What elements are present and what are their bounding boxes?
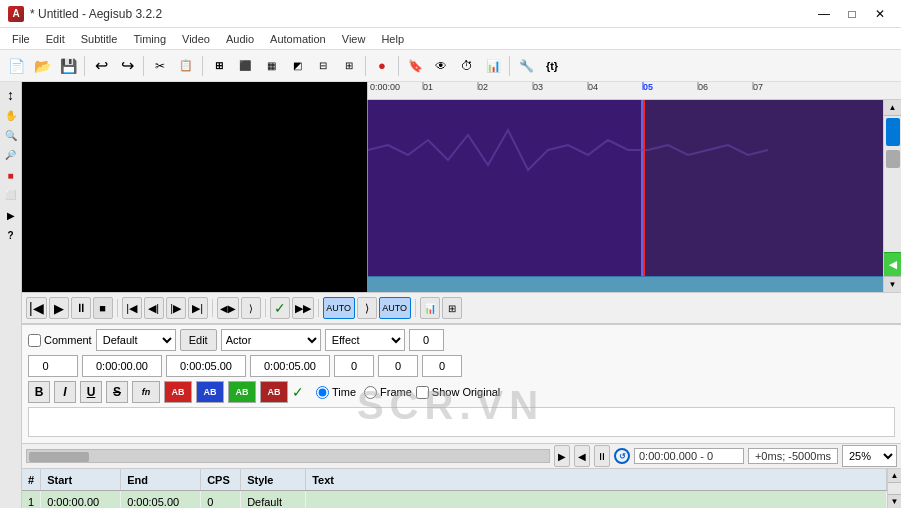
pause2-btn[interactable]: ⏸ <box>594 445 610 467</box>
color4-button[interactable]: AB <box>260 381 288 403</box>
prev-keyframe-btn[interactable]: |◀ <box>122 297 142 319</box>
list-scroll-down[interactable]: ▼ <box>888 494 901 508</box>
menu-edit[interactable]: Edit <box>38 31 73 47</box>
go-to-start-btn[interactable]: |◀ <box>26 297 47 319</box>
scroll-down-btn[interactable]: ▼ <box>884 276 901 292</box>
step-back-btn[interactable]: ◀| <box>144 297 164 319</box>
tb-btn-11[interactable]: ● <box>370 54 394 78</box>
tb-btn-5[interactable]: ⊞ <box>207 54 231 78</box>
tb-btn-12[interactable]: 🔖 <box>403 54 427 78</box>
play-line-btn[interactable]: ◀▶ <box>217 297 239 319</box>
pause-btn[interactable]: ⏸ <box>71 297 91 319</box>
play-btn[interactable]: ▶ <box>49 297 69 319</box>
new-button[interactable]: 📄 <box>4 54 28 78</box>
comment-checkbox[interactable] <box>28 334 41 347</box>
fn-button[interactable]: fn <box>132 381 160 403</box>
actor-select[interactable]: Actor <box>221 329 321 351</box>
green-check-btn[interactable]: ✓ <box>292 384 304 400</box>
tb-btn-9[interactable]: ⊟ <box>311 54 335 78</box>
table-row[interactable]: 1 0:00:00.00 0:00:05.00 0 Default <box>22 491 887 508</box>
tb-btn-6[interactable]: ⬛ <box>233 54 257 78</box>
start-time-input[interactable]: 0:00:00.00 <box>82 355 162 377</box>
play-from-here-btn[interactable]: ▶ <box>554 445 570 467</box>
save-button[interactable]: 💾 <box>56 54 80 78</box>
style-select[interactable]: Default <box>96 329 176 351</box>
tool-pencil[interactable]: ■ <box>2 166 20 184</box>
maximize-button[interactable]: □ <box>839 4 865 24</box>
tool-zoom-out[interactable]: 🔎 <box>2 146 20 164</box>
tool-scroll[interactable]: ↕ <box>2 86 20 104</box>
margin-v-input[interactable]: 0 <box>422 355 462 377</box>
copy-button[interactable]: 📋 <box>174 54 198 78</box>
menu-automation[interactable]: Automation <box>262 31 334 47</box>
auto-btn2[interactable]: AUTO <box>379 297 411 319</box>
bold-button[interactable]: B <box>28 381 50 403</box>
tb-btn-13[interactable]: 👁 <box>429 54 453 78</box>
subtitle-text-editor[interactable] <box>28 407 895 437</box>
tb-btn-17[interactable]: {t} <box>540 54 564 78</box>
auto-commit-btn[interactable]: AUTO <box>323 297 355 319</box>
color1-button[interactable]: AB <box>164 381 192 403</box>
tool-select[interactable]: ⬜ <box>2 186 20 204</box>
green-action-btn[interactable]: ◀ <box>884 252 901 276</box>
menu-file[interactable]: File <box>4 31 38 47</box>
margin-l-input[interactable]: 0 <box>334 355 374 377</box>
frame-radio[interactable] <box>364 386 377 399</box>
menu-view[interactable]: View <box>334 31 374 47</box>
tool-help[interactable]: ? <box>2 226 20 244</box>
frame-radio-label[interactable]: Frame <box>364 386 412 399</box>
next-sub-btn[interactable]: ▶▶ <box>292 297 314 319</box>
tb-btn-7[interactable]: ▦ <box>259 54 283 78</box>
show-original-label[interactable]: Show Original <box>416 386 500 399</box>
menu-audio[interactable]: Audio <box>218 31 262 47</box>
tb-btn-14[interactable]: ⏱ <box>455 54 479 78</box>
layer-input[interactable] <box>28 355 78 377</box>
strikethrough-button[interactable]: S <box>106 381 128 403</box>
tool-zoom-in[interactable]: 🔍 <box>2 126 20 144</box>
tb-btn-16[interactable]: 🔧 <box>514 54 538 78</box>
underline-button[interactable]: U <box>80 381 102 403</box>
time-radio[interactable] <box>316 386 329 399</box>
step-back-small-btn[interactable]: ◀ <box>574 445 590 467</box>
stop-btn[interactable]: ■ <box>93 297 113 319</box>
tb-btn-10[interactable]: ⊞ <box>337 54 361 78</box>
duration-input[interactable]: 0:00:05.00 <box>250 355 330 377</box>
effect-select[interactable]: Effect <box>325 329 405 351</box>
scroll-up-btn[interactable]: ▲ <box>884 100 901 116</box>
open-button[interactable]: 📂 <box>30 54 54 78</box>
waveform-display[interactable] <box>367 100 883 292</box>
time-radio-label[interactable]: Time <box>316 386 356 399</box>
zoom-select[interactable]: 25% 50% 100% 150% 200% <box>842 445 897 467</box>
end-time-input[interactable]: 0:00:05.00 <box>166 355 246 377</box>
menu-subtitle[interactable]: Subtitle <box>73 31 126 47</box>
tool-hand[interactable]: ✋ <box>2 106 20 124</box>
color3-button[interactable]: AB <box>228 381 256 403</box>
effect-number-input[interactable]: 0 <box>409 329 444 351</box>
cut-button[interactable]: ✂ <box>148 54 172 78</box>
italic-button[interactable]: I <box>54 381 76 403</box>
timeline-hscroll[interactable] <box>26 449 550 463</box>
edit-style-button[interactable]: Edit <box>180 329 217 351</box>
menu-video[interactable]: Video <box>174 31 218 47</box>
tb-btn-8[interactable]: ◩ <box>285 54 309 78</box>
next-keyframe-btn[interactable]: ▶| <box>188 297 208 319</box>
tool-play[interactable]: ▶ <box>2 206 20 224</box>
commit-btn[interactable]: ✓ <box>270 297 290 319</box>
menu-help[interactable]: Help <box>373 31 412 47</box>
close-button[interactable]: ✕ <box>867 4 893 24</box>
list-scroll-up[interactable]: ▲ <box>888 469 901 483</box>
comment-label[interactable]: Comment <box>28 334 92 347</box>
step-fwd-btn[interactable]: |▶ <box>166 297 186 319</box>
scroll-thumb-blue[interactable] <box>886 118 900 146</box>
spectrum-btn[interactable]: 📊 <box>420 297 440 319</box>
tb-btn-15[interactable]: 📊 <box>481 54 505 78</box>
redo-button[interactable]: ↪ <box>115 54 139 78</box>
color2-button[interactable]: AB <box>196 381 224 403</box>
scroll-thumb-gray[interactable] <box>886 150 900 168</box>
options-btn[interactable]: ⊞ <box>442 297 462 319</box>
menu-timing[interactable]: Timing <box>125 31 174 47</box>
play-to-end-btn[interactable]: ⟩ <box>241 297 261 319</box>
minimize-button[interactable]: — <box>811 4 837 24</box>
show-original-checkbox[interactable] <box>416 386 429 399</box>
undo-button[interactable]: ↩ <box>89 54 113 78</box>
